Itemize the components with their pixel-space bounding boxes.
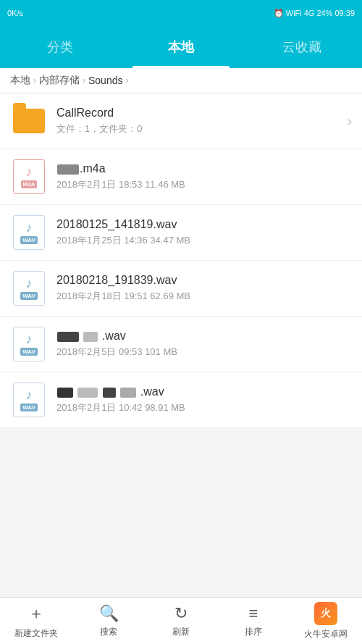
audio-wav-icon: ♪ WAV	[10, 325, 48, 363]
breadcrumb-sounds[interactable]: Sounds	[88, 75, 122, 86]
music-note-icon: ♪	[26, 388, 33, 401]
plus-icon: ＋	[28, 603, 44, 624]
signal-icon: 4G	[304, 9, 315, 17]
file-info: .m4a 2018年2月1日 18:53 11.46 MB	[48, 162, 352, 191]
breadcrumb-sep-2: ›	[83, 75, 85, 85]
list-item[interactable]: ♪ WAV 20180218_191839.wav 2018年2月18日 19:…	[0, 261, 362, 317]
nav-search-label: 搜索	[100, 626, 117, 638]
music-note-icon: ♪	[26, 221, 33, 234]
music-note-icon: ♪	[26, 165, 33, 178]
file-list: CallRecord 文件：1，文件夹：0 › ♪ M4A .m4a 2018年…	[0, 93, 362, 593]
file-name: .wav	[56, 330, 352, 343]
list-item[interactable]: ♪ WAV .wav 2018年2月5日 09:53 101 MB	[0, 317, 362, 372]
format-label: WAV	[20, 292, 38, 300]
file-name: .wav	[56, 385, 352, 398]
music-note-icon: ♪	[26, 277, 33, 290]
blurred-part-3	[103, 388, 116, 398]
arrow-icon: ›	[348, 114, 352, 129]
format-label: WAV	[20, 236, 38, 244]
tab-local-label: 本地	[168, 38, 194, 56]
blurred-part-2	[83, 332, 98, 342]
tab-bar: 分类 本地 云收藏	[0, 26, 362, 68]
format-label: WAV	[20, 348, 38, 356]
nav-logo-label: 火牛安卓网	[304, 628, 348, 640]
file-meta: 2018年2月1日 10:42 98.91 MB	[56, 401, 352, 414]
list-item[interactable]: ♪ M4A .m4a 2018年2月1日 18:53 11.46 MB	[0, 149, 362, 205]
format-label: M4A	[21, 180, 38, 188]
audio-m4a-icon: ♪ M4A	[10, 158, 48, 196]
breadcrumb-sep-3: ›	[125, 75, 128, 85]
blurred-part-4	[120, 388, 136, 398]
search-icon: 🔍	[99, 604, 119, 623]
battery-text: 24%	[316, 9, 332, 17]
nav-refresh-label: 刷新	[172, 626, 190, 638]
tab-classify[interactable]: 分类	[0, 26, 121, 68]
blurred-name	[57, 164, 79, 175]
file-name: .m4a	[56, 162, 352, 175]
blurred-part-2	[77, 388, 98, 398]
tab-local[interactable]: 本地	[121, 26, 242, 68]
file-info: 20180218_191839.wav 2018年2月18日 19:51 62.…	[48, 274, 352, 303]
file-info: CallRecord 文件：1，文件夹：0	[48, 106, 342, 135]
nav-refresh[interactable]: ↻ 刷新	[145, 604, 217, 638]
file-name: 20180218_191839.wav	[56, 274, 352, 287]
folder-icon	[10, 102, 48, 140]
nav-search[interactable]: 🔍 搜索	[72, 604, 145, 638]
audio-wav-icon: ♪ WAV	[10, 214, 48, 251]
nav-logo[interactable]: 火 火牛安卓网	[290, 602, 362, 640]
file-meta: 2018年2月1日 18:53 11.46 MB	[56, 178, 352, 191]
sort-icon: ≡	[249, 604, 258, 623]
clock-icon: ⏰	[274, 9, 284, 18]
nav-new-folder-label: 新建文件夹	[14, 627, 58, 640]
file-info: .wav 2018年2月5日 09:53 101 MB	[48, 330, 352, 359]
nav-new-folder[interactable]: ＋ 新建文件夹	[0, 603, 72, 640]
blurred-part-1	[57, 332, 79, 342]
list-item[interactable]: ♪ WAV 20180125_141819.wav 2018年1月25日 14:…	[0, 205, 362, 261]
wifi-icon: WiFi	[286, 9, 302, 17]
audio-wav-icon: ♪ WAV	[10, 269, 48, 307]
breadcrumb-sep-1: ›	[33, 75, 36, 85]
refresh-icon: ↻	[174, 604, 188, 623]
breadcrumb-local[interactable]: 本地	[10, 74, 30, 87]
breadcrumb-internal[interactable]: 内部存储	[39, 74, 80, 87]
bottom-nav: ＋ 新建文件夹 🔍 搜索 ↻ 刷新 ≡ 排序 火 火牛安卓网	[0, 597, 362, 644]
file-meta: 2018年2月18日 19:51 62.69 MB	[56, 290, 352, 303]
format-label: WAV	[20, 403, 38, 411]
list-item[interactable]: CallRecord 文件：1，文件夹：0 ›	[0, 93, 362, 149]
file-meta: 文件：1，文件夹：0	[56, 122, 342, 135]
file-info: 20180125_141819.wav 2018年1月25日 14:36 34.…	[48, 218, 352, 247]
list-item[interactable]: ♪ WAV .wav 2018年2月1日 10:42 98.91 MB	[0, 372, 362, 428]
file-meta: 2018年2月5日 09:53 101 MB	[56, 346, 352, 359]
audio-wav-icon: ♪ WAV	[10, 381, 48, 419]
blurred-part-1	[57, 388, 73, 398]
time-display: 09:39	[334, 9, 355, 17]
status-icons: ⏰ WiFi 4G 24% 09:39	[274, 9, 355, 18]
app-logo: 火	[314, 602, 337, 625]
file-info: .wav 2018年2月1日 10:42 98.91 MB	[48, 385, 352, 414]
tab-classify-label: 分类	[47, 38, 73, 56]
status-speed: 0K/s	[7, 9, 271, 17]
file-name: 20180125_141819.wav	[56, 218, 352, 231]
breadcrumb: 本地 › 内部存储 › Sounds ›	[0, 68, 362, 93]
music-note-icon: ♪	[26, 333, 33, 346]
nav-sort[interactable]: ≡ 排序	[217, 604, 290, 638]
tab-cloud-label: 云收藏	[282, 38, 321, 56]
nav-sort-label: 排序	[245, 626, 262, 638]
file-meta: 2018年1月25日 14:36 34.47 MB	[56, 234, 352, 247]
status-bar: 0K/s ⏰ WiFi 4G 24% 09:39	[0, 0, 362, 26]
tab-cloud[interactable]: 云收藏	[241, 26, 362, 68]
file-name: CallRecord	[56, 106, 342, 120]
